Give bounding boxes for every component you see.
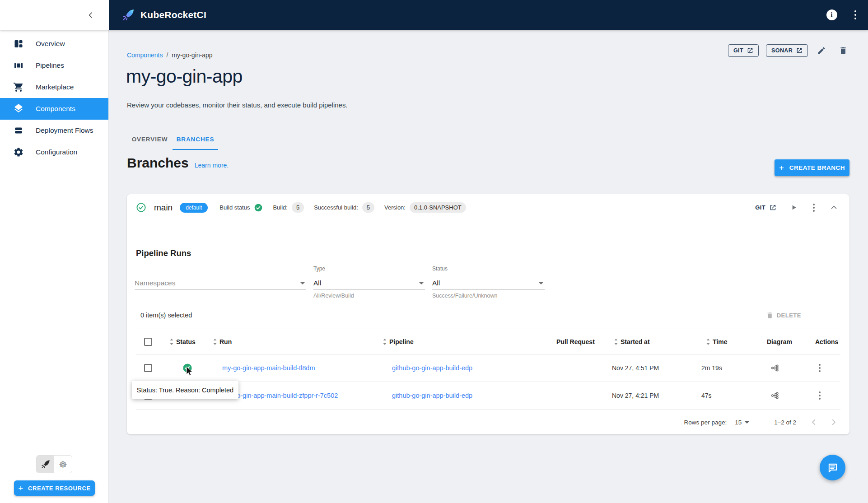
krci-view-toggle[interactable]: [37, 456, 54, 473]
page-actions: GIT SONAR: [728, 42, 851, 59]
sidebar-item-label: Components: [36, 105, 75, 113]
next-page-button[interactable]: [828, 416, 840, 428]
info-icon[interactable]: i: [826, 9, 837, 20]
configuration-icon: [13, 147, 24, 158]
collapse-branch-button[interactable]: [830, 204, 838, 211]
sidebar-item-pipelines[interactable]: Pipelines: [0, 55, 108, 76]
create-resource-button[interactable]: + CREATE RESOURCE: [14, 480, 95, 496]
sidebar-item-label: Overview: [36, 40, 65, 48]
rows-per-page-select[interactable]: 15: [735, 419, 751, 426]
main-content: Components / my-go-gin-app GIT SONAR my-…: [109, 30, 868, 503]
topbar: KubeRocketCI i: [109, 0, 868, 30]
column-header-diagram: Diagram: [751, 338, 802, 345]
sort-icon: [706, 339, 710, 345]
header: KubeRocketCI i: [0, 0, 868, 30]
pipeline-runs-table: Status Run Pipeline Pull Request: [136, 329, 840, 410]
app-window: KubeRocketCI i Overview Pipelines: [0, 0, 868, 503]
column-header-pipeline[interactable]: Pipeline: [370, 338, 538, 345]
select-all-checkbox[interactable]: [144, 338, 152, 346]
started-at-value: Nov 27, 4:21 PM: [601, 392, 693, 399]
chat-fab-button[interactable]: [820, 455, 845, 480]
type-filter-value: All: [313, 279, 321, 287]
diagram-button[interactable]: [770, 390, 781, 401]
marketplace-icon: [13, 82, 24, 93]
rocket-logo-icon: [121, 8, 135, 22]
sort-icon: [213, 339, 217, 345]
sidebar-item-configuration[interactable]: Configuration: [0, 141, 108, 163]
diagram-button[interactable]: [770, 363, 781, 373]
type-filter-helper: All/Review/Build: [313, 293, 425, 299]
tab-branches[interactable]: BRANCHES: [173, 129, 218, 150]
column-header-started-at[interactable]: Started at: [601, 338, 693, 345]
branch-menu-button[interactable]: [811, 202, 817, 214]
tab-overview[interactable]: OVERVIEW: [127, 129, 173, 150]
build-label: Build:: [273, 204, 288, 211]
sort-icon: [169, 339, 174, 345]
pipeline-link[interactable]: github-go-gin-app-build-edp: [392, 392, 472, 399]
topbar-menu-icon[interactable]: [853, 9, 859, 22]
delete-selected-button[interactable]: DELETE: [766, 312, 801, 319]
kubernetes-icon: ☸: [59, 460, 67, 469]
chevron-up-icon: [830, 204, 838, 211]
sidebar-item-label: Deployment Flows: [36, 126, 93, 135]
overview-icon: [13, 38, 24, 49]
sidebar-collapse-button[interactable]: [84, 9, 96, 21]
pagination-range: 1–2 of 2: [774, 419, 796, 426]
table-row: my-go-gin-app-main-build-zfppr-r-7c502 g…: [136, 382, 840, 410]
run-build-button[interactable]: [790, 204, 798, 211]
tree-diagram-icon: [770, 363, 781, 373]
branch-name: main: [154, 203, 173, 213]
k8s-view-toggle[interactable]: ☸: [54, 456, 72, 473]
breadcrumb-components-link[interactable]: Components: [127, 51, 163, 59]
selected-count-text: 0 item(s) selected: [140, 312, 192, 319]
rocket-toggle-icon: [41, 459, 51, 469]
sidebar-item-marketplace[interactable]: Marketplace: [0, 76, 108, 98]
breadcrumb-current: my-go-gin-app: [172, 51, 212, 59]
row-actions-button[interactable]: [817, 362, 822, 374]
edit-component-button[interactable]: [813, 42, 830, 59]
column-header-pull-request: Pull Request: [538, 338, 601, 345]
sidebar-item-components[interactable]: Components: [0, 98, 108, 120]
version-label: Version:: [384, 204, 406, 211]
row-checkbox[interactable]: [144, 364, 152, 372]
status-filter-helper: Success/Failure/Unknown: [432, 293, 545, 299]
build-count-chip: 5: [292, 202, 304, 213]
run-link[interactable]: my-go-gin-app-main-build-tl8dm: [222, 364, 315, 372]
type-filter-label: Type: [313, 265, 425, 272]
build-status-label: Build status: [219, 204, 250, 211]
pipeline-link[interactable]: github-go-gin-app-build-edp: [392, 364, 472, 372]
column-header-status[interactable]: Status: [157, 338, 200, 345]
table-row: my-go-gin-app-main-build-tl8dm github-go…: [136, 354, 840, 382]
trash-icon: [839, 46, 848, 55]
mouse-cursor: [186, 366, 194, 377]
branch-accordion-header[interactable]: main default Build status Build: 5 Succe…: [127, 194, 849, 221]
plus-icon: +: [779, 163, 784, 172]
git-link-button[interactable]: GIT: [728, 44, 759, 57]
play-icon: [790, 204, 798, 211]
column-header-time[interactable]: Time: [693, 338, 751, 345]
sidebar-header: [0, 0, 109, 30]
run-link[interactable]: my-go-gin-app-main-build-zfppr-r-7c502: [222, 392, 338, 399]
branch-status-success-icon: [136, 202, 146, 213]
status-filter[interactable]: Status All Success/Failure/Unknown: [432, 265, 545, 299]
namespaces-filter[interactable]: Namespaces: [135, 265, 306, 289]
sidebar-item-overview[interactable]: Overview: [0, 33, 108, 55]
row-actions-button[interactable]: [817, 390, 822, 401]
column-header-run[interactable]: Run: [200, 338, 370, 345]
breadcrumb: Components / my-go-gin-app: [127, 51, 213, 59]
delete-component-button[interactable]: [835, 42, 851, 59]
learn-more-link[interactable]: Learn more.: [195, 162, 229, 169]
create-branch-button[interactable]: + CREATE BRANCH: [775, 159, 849, 176]
sonar-link-button[interactable]: SONAR: [766, 44, 808, 57]
branch-git-button[interactable]: GIT: [755, 204, 776, 211]
sidebar-item-deployment-flows[interactable]: Deployment Flows: [0, 120, 108, 141]
version-chip: 0.1.0-SNAPSHOT: [410, 202, 466, 213]
chevron-down-icon: [419, 282, 424, 284]
time-value: 2m 19s: [693, 364, 751, 372]
type-filter[interactable]: Type All All/Review/Build: [313, 265, 425, 299]
previous-page-button[interactable]: [808, 416, 820, 428]
table-pagination: Rows per page: 15 1–2 of 2: [127, 410, 849, 434]
app-logo: KubeRocketCI: [121, 8, 206, 22]
deployment-flows-icon: [13, 125, 24, 136]
theme-toggle-group: ☸: [36, 455, 72, 473]
